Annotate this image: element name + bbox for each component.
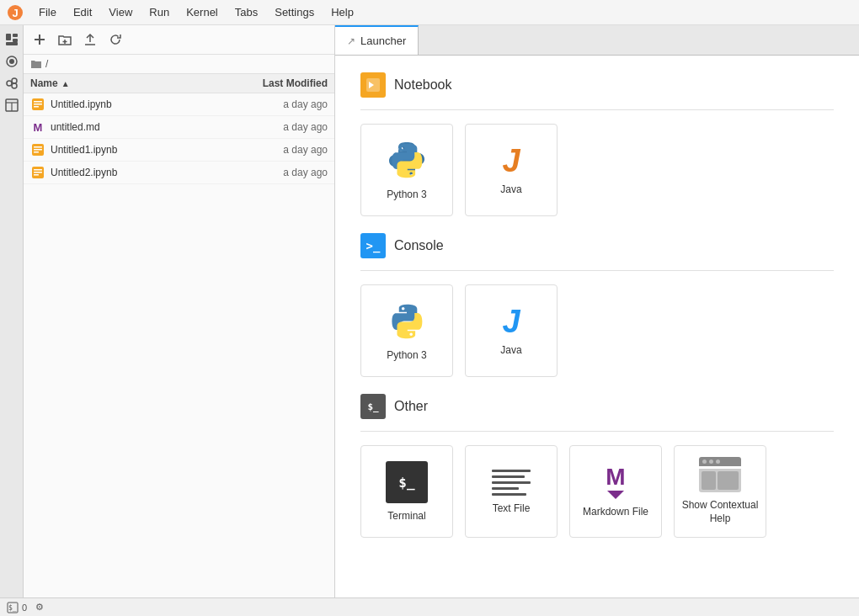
status-settings-item[interactable]: ⚙	[35, 602, 44, 613]
file-item-2[interactable]: Untitled1.ipynb a day ago	[24, 139, 334, 162]
content-area: ↗ Launcher Notebook	[335, 25, 859, 597]
menu-file[interactable]: File	[32, 3, 63, 21]
status-terminal-icon: $_	[7, 602, 19, 613]
menu-view[interactable]: View	[102, 3, 139, 21]
file-date-0: a day ago	[227, 98, 328, 110]
svg-rect-26	[34, 149, 42, 151]
file-item-3[interactable]: Untitled2.ipynb a day ago	[24, 162, 334, 184]
new-file-button[interactable]	[30, 30, 49, 49]
file-list-header: Name ▲ Last Modified	[24, 74, 334, 93]
launcher-content: Notebook	[335, 56, 859, 597]
sort-arrow: ▲	[61, 79, 70, 88]
file-name-2: Untitled1.ipynb	[51, 144, 227, 156]
svg-rect-23	[34, 106, 39, 108]
notebook-python3-card[interactable]: Python 3	[360, 124, 453, 216]
svg-rect-21	[34, 101, 42, 103]
console-section-title: Console	[394, 238, 444, 253]
svg-point-9	[12, 78, 17, 83]
file-date-1: a day ago	[227, 121, 328, 133]
activity-commands[interactable]	[3, 74, 21, 93]
notebook-java-card[interactable]: J Java	[465, 124, 558, 216]
menu-edit[interactable]: Edit	[67, 3, 99, 21]
console-java-card[interactable]: J Java	[465, 284, 558, 377]
terminal-label: Terminal	[387, 510, 425, 522]
status-settings-icon: ⚙	[35, 602, 44, 613]
markdownfile-card[interactable]: M Markdown File	[569, 445, 662, 538]
tab-launcher[interactable]: ↗ Launcher	[335, 25, 419, 55]
svg-rect-30	[34, 172, 42, 173]
console-section-header: >_ Console	[360, 233, 834, 258]
main-layout: / Name ▲ Last Modified Untit	[0, 25, 859, 597]
upload-button[interactable]	[81, 30, 99, 49]
svg-rect-25	[34, 146, 42, 148]
notebook-section-title: Notebook	[394, 77, 452, 93]
file-date-2: a day ago	[227, 144, 328, 156]
svg-rect-31	[34, 174, 39, 176]
console-python3-card[interactable]: Python 3	[360, 284, 453, 377]
status-terminal-count: 0	[22, 603, 27, 613]
menu-run[interactable]: Run	[142, 3, 176, 21]
contextual-help-icon	[699, 457, 741, 492]
activity-running[interactable]	[3, 52, 21, 71]
contextual-help-card[interactable]: Show Contextual Help	[674, 445, 766, 538]
col-date-header[interactable]: Last Modified	[227, 77, 328, 89]
app-logo: J	[7, 4, 24, 21]
notebook-java-label: Java	[500, 183, 521, 195]
notebook-divider	[360, 109, 834, 110]
textfile-label: Text File	[493, 502, 531, 514]
other-section-title: Other	[394, 399, 428, 414]
java-console-icon: J	[502, 305, 520, 337]
svg-point-8	[7, 81, 12, 86]
python3-console-icon	[386, 300, 428, 343]
svg-rect-5	[6, 42, 18, 45]
menu-tabs[interactable]: Tabs	[228, 3, 264, 21]
notebook-icon-2	[30, 142, 45, 157]
other-divider	[360, 431, 834, 432]
console-cards: Python 3 J Java	[360, 284, 834, 377]
svg-text:$_: $_	[8, 604, 17, 612]
breadcrumb: /	[24, 55, 334, 74]
svg-text:J: J	[12, 7, 18, 19]
launcher-tab-icon: ↗	[347, 35, 355, 47]
svg-rect-3	[13, 34, 18, 37]
svg-rect-29	[34, 169, 42, 171]
file-date-3: a day ago	[227, 167, 328, 178]
notebook-cards: Python 3 J Java	[360, 124, 834, 216]
notebook-python3-label: Python 3	[387, 189, 426, 200]
menu-kernel[interactable]: Kernel	[179, 3, 225, 21]
tab-launcher-label: Launcher	[360, 35, 406, 47]
tab-bar: ↗ Launcher	[335, 25, 859, 56]
file-item-0[interactable]: Untitled.ipynb a day ago	[24, 93, 334, 116]
svg-rect-4	[13, 39, 18, 42]
python3-notebook-icon	[386, 140, 428, 182]
svg-rect-2	[6, 34, 11, 40]
file-name-0: Untitled.ipynb	[51, 98, 227, 110]
textfile-icon	[492, 470, 531, 496]
notebook-section-icon	[360, 72, 386, 98]
col-name-header[interactable]: Name ▲	[30, 77, 227, 89]
terminal-icon: $_	[386, 461, 428, 503]
console-divider	[360, 270, 834, 271]
console-python3-label: Python 3	[387, 349, 426, 361]
terminal-card[interactable]: $_ Terminal	[360, 445, 453, 538]
activity-tabs[interactable]	[3, 96, 21, 114]
console-java-label: Java	[500, 344, 521, 356]
textfile-card[interactable]: Text File	[465, 445, 558, 538]
file-list: Untitled.ipynb a day ago M untitled.md a…	[24, 93, 334, 597]
notebook-section-header: Notebook	[360, 72, 834, 98]
markdownfile-label: Markdown File	[583, 506, 648, 518]
activity-files[interactable]	[3, 30, 21, 49]
menu-help[interactable]: Help	[324, 3, 360, 21]
menubar: J File Edit View Run Kernel Tabs Setting…	[0, 0, 859, 25]
file-name-1: untitled.md	[51, 121, 227, 133]
refresh-button[interactable]	[106, 30, 125, 49]
svg-point-7	[9, 59, 14, 64]
menu-settings[interactable]: Settings	[268, 3, 321, 21]
file-toolbar	[24, 25, 334, 55]
markdownfile-icon: M	[606, 465, 625, 499]
new-folder-button[interactable]	[56, 30, 74, 49]
notebook-icon-0	[30, 97, 45, 112]
file-item-1[interactable]: M untitled.md a day ago	[24, 116, 334, 139]
markdown-icon-1: M	[30, 119, 45, 135]
status-bar: $_ 0 ⚙	[0, 597, 859, 616]
